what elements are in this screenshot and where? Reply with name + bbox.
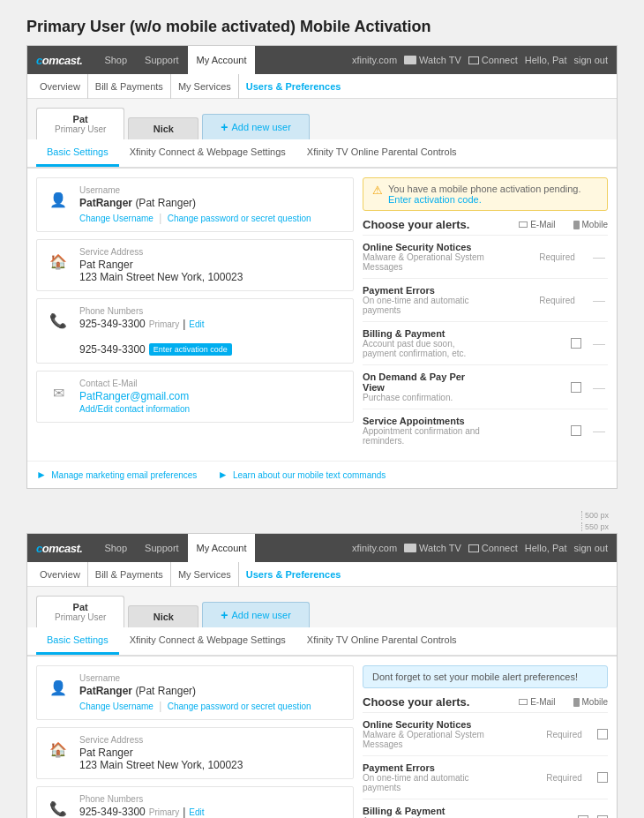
phone-icon-1: 📞 [46,308,71,333]
nav-signout-2[interactable]: sign out [573,543,608,553]
subnav-billing-2[interactable]: Bill & Payments [88,562,171,587]
settings-tabs-1: Basic Settings Xfinity Connect & Webpage… [27,139,617,169]
nav-connect-2[interactable]: Connect [468,543,518,553]
plus-icon-1: + [221,120,228,134]
subnav-users-2[interactable]: Users & Preferences [239,562,348,587]
tab-pat-2[interactable]: Pat Primary User [36,596,124,627]
alert-row-1-3: Billing & Payment Account past due soon,… [363,321,608,364]
settings-tabs-2: Basic Settings Xfinity Connect & Webpage… [27,627,617,657]
settings-xfinity-connect-1[interactable]: Xfinity Connect & Webpage Settings [119,139,296,167]
subnav-overview-2[interactable]: Overview [36,562,88,587]
nav-watchtv-2[interactable]: Watch TV [404,543,461,553]
activation-code-link-1[interactable]: Enter activation code [149,343,232,356]
alert-info-2-3: Billing & Payment Account past due soon,… [363,806,484,818]
alerts-header-1: Choose your alerts. E-Mail Mobile [363,218,608,231]
required-text-2-1: Required [540,730,588,739]
phone-row-2: 925-349-3300 Primary | Edit 925-349-3300… [79,806,230,818]
subnav-users-1[interactable]: Users & Preferences [239,74,348,99]
nav-shop-1[interactable]: Shop [95,55,136,65]
nav-xfinity-link-1[interactable]: xfinity.com [352,55,397,65]
subnav-services-1[interactable]: My Services [171,74,239,99]
alert-name-2-1: Online Security Notices [363,719,484,730]
email-checkbox-1-3[interactable] [571,338,581,349]
alert-desc-1-1: Malware & Operational System Messages [363,252,484,272]
alert-info-1-2: Payment Errors On one-time and automatic… [363,285,484,315]
service-address-name-1: Pat Ranger [79,259,243,271]
nav-myaccount-2[interactable]: My Account [188,534,256,562]
nav-signout-1[interactable]: sign out [573,55,608,65]
alert-desc-2-2: On one-time and automatic payments [363,773,484,792]
settings-basic-1[interactable]: Basic Settings [36,139,119,167]
dash-1-4: — [590,380,608,394]
mail-icon-1 [468,56,479,64]
mobile-col-2: Mobile [573,697,608,707]
small-phone-icon-2 [573,698,580,707]
user-tabs-2: Pat Primary User Nick + Add new user [27,587,617,627]
mail-icon-2 [468,544,479,552]
phone-icon-2: 📞 [46,796,71,818]
change-username-link-1[interactable]: Change Username [79,214,154,223]
home-icon-1: 🏠 [46,249,71,274]
nav-watchtv-1[interactable]: Watch TV [404,55,461,65]
change-username-link-2[interactable]: Change Username [79,702,154,711]
contact-email-section-1: ✉ Contact E-Mail PatRanger@gmail.com Add… [36,371,354,423]
nav-xfinity-link-2[interactable]: xfinity.com [352,543,397,553]
enter-activation-link-1[interactable]: Enter activation code. [388,194,482,205]
alert-info-2-1: Online Security Notices Malware & Operat… [363,719,484,749]
required-text-2-2: Required [540,773,588,783]
alert-controls-2-2: Required [484,772,608,783]
tab-add-user-1[interactable]: + Add new user [202,114,309,139]
settings-parental-2[interactable]: Xfinity TV Online Parental Controls [296,627,468,655]
alert-controls-1-3: — [484,336,608,350]
alert-info-1-5: Service Appointments Appointment confirm… [363,416,484,446]
mobile-checkbox-2-1[interactable] [597,729,608,739]
nav-support-1[interactable]: Support [136,55,188,65]
contact-email-label-1: Contact E-Mail [79,379,190,388]
phone-edit-2-1[interactable]: Edit [189,807,204,817]
contact-email-value-1: PatRanger@gmail.com [79,390,190,402]
service-address-name-2: Pat Ranger [79,747,243,759]
add-user-label-2: Add new user [232,610,291,620]
user-icon-2: 👤 [46,675,71,700]
username-value-2: PatRanger (Pat Ranger) [79,685,311,697]
tab-pat-name-2: Pat [55,602,106,612]
nav-support-2[interactable]: Support [136,543,188,553]
username-value-1: PatRanger (Pat Ranger) [79,197,311,209]
add-edit-contact-link-1[interactable]: Add/Edit contact information [79,404,190,414]
settings-parental-1[interactable]: Xfinity TV Online Parental Controls [296,139,468,167]
nav-connect-1[interactable]: Connect [468,55,518,65]
email-checkbox-1-5[interactable] [571,425,581,436]
alert-controls-1-1: Required — [484,250,608,264]
nav-myaccount-1[interactable]: My Account [188,46,256,74]
alert-text-1: You have a mobile phone activation pendi… [388,184,581,194]
tab-pat-1[interactable]: Pat Primary User [36,108,124,139]
phone-number-1: 925-349-3300 [79,318,146,330]
phone-type-1: Primary [149,319,179,329]
subnav-billing-1[interactable]: Bill & Payments [88,74,171,99]
small-mail-icon-2 [519,699,528,705]
change-password-link-1[interactable]: Change password or secret question [168,214,311,223]
tab-add-user-2[interactable]: + Add new user [202,602,309,627]
alerts-cols-1: E-Mail Mobile [519,220,608,229]
change-password-link-2[interactable]: Change password or secret question [168,702,311,711]
left-panel-2: 👤 Username PatRanger (Pat Ranger) Change… [36,665,354,818]
tv-icon-1 [404,56,416,64]
tab-nick-1[interactable]: Nick [128,117,198,139]
mobile-checkbox-2-2[interactable] [597,772,608,783]
subnav-overview-1[interactable]: Overview [36,74,88,99]
phone-edit-1[interactable]: Edit [189,319,204,329]
nav-hello-2: Hello, Pat [525,543,567,553]
nav-bar-2: comcast. Shop Support My Account xfinity… [27,534,617,562]
dash-1-1: — [590,250,608,264]
subnav-services-2[interactable]: My Services [171,562,239,587]
footer-link-1-1[interactable]: Manage marketing email preferences [51,470,197,480]
alert-desc-1-5: Appointment confirmation and reminders. [363,426,484,446]
settings-basic-2[interactable]: Basic Settings [36,627,119,655]
nav-shop-2[interactable]: Shop [95,543,136,553]
tab-nick-2[interactable]: Nick [128,605,198,627]
email-checkbox-1-4[interactable] [571,382,581,393]
footer-link-1-2[interactable]: Learn about our mobile text commands [233,470,386,480]
phone-entry-1: 925-349-3300 Primary | Edit [79,318,205,330]
settings-xfinity-connect-2[interactable]: Xfinity Connect & Webpage Settings [119,627,296,655]
dim-550: 550 px [581,522,609,531]
